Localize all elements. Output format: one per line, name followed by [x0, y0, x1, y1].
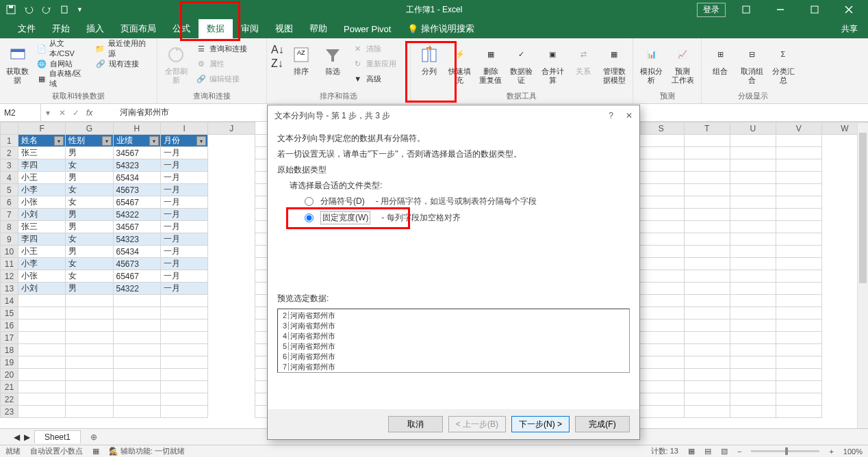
cell[interactable]: 65467: [113, 196, 160, 209]
cell[interactable]: [684, 295, 730, 307]
qat-dropdown-icon[interactable]: ▼: [77, 6, 83, 13]
tab-data[interactable]: 数据: [199, 19, 233, 38]
cell[interactable]: 一月: [160, 270, 207, 283]
cell[interactable]: [113, 356, 160, 369]
cell[interactable]: [776, 319, 821, 332]
cell[interactable]: [730, 159, 776, 172]
cell[interactable]: [730, 283, 776, 295]
zoom-slider[interactable]: [751, 450, 819, 452]
cell[interactable]: [18, 344, 65, 356]
sort-desc-icon[interactable]: Z↓: [271, 57, 284, 70]
cell[interactable]: 54322: [113, 209, 160, 221]
tab-layout[interactable]: 页面布局: [112, 19, 164, 38]
cell[interactable]: 54322: [113, 283, 160, 295]
cell[interactable]: [160, 344, 207, 356]
row-header[interactable]: 20: [1, 369, 18, 381]
tab-formulas[interactable]: 公式: [164, 19, 199, 38]
cell[interactable]: 65434: [113, 172, 160, 184]
cell[interactable]: [638, 283, 684, 295]
from-table[interactable]: ▦自表格/区域: [34, 71, 89, 86]
cell[interactable]: [730, 319, 776, 332]
cell[interactable]: [776, 221, 821, 233]
queries-connections[interactable]: ☰查询和连接: [193, 41, 250, 56]
redo-icon[interactable]: [41, 4, 52, 15]
sheet-nav-prev-icon[interactable]: ◀: [14, 432, 20, 442]
col-header[interactable]: I: [160, 122, 207, 135]
row-header[interactable]: 8: [1, 221, 18, 233]
cell[interactable]: [638, 233, 684, 246]
cell[interactable]: [18, 319, 65, 332]
cell[interactable]: [684, 233, 730, 246]
cell[interactable]: [66, 307, 113, 319]
cell[interactable]: 34567: [113, 147, 160, 159]
cell[interactable]: [638, 246, 684, 258]
cell[interactable]: 65467: [113, 270, 160, 283]
cell[interactable]: 45673: [113, 184, 160, 196]
maximize-icon[interactable]: [801, 0, 828, 19]
cell[interactable]: 小刘: [18, 209, 65, 221]
tab-review[interactable]: 审阅: [233, 19, 267, 38]
name-box[interactable]: M2: [0, 104, 41, 121]
cell[interactable]: 女: [66, 159, 113, 172]
cell[interactable]: 一月: [160, 221, 207, 233]
cell[interactable]: [160, 381, 207, 393]
cell[interactable]: [638, 344, 684, 356]
cell[interactable]: [776, 406, 821, 418]
cell[interactable]: [18, 393, 65, 406]
cell[interactable]: [18, 356, 65, 369]
cell[interactable]: 一月: [160, 172, 207, 184]
cell[interactable]: 小李: [18, 258, 65, 270]
table-header-cell[interactable]: 业绩▾: [113, 135, 160, 147]
new-sheet-icon[interactable]: ⊕: [85, 432, 103, 442]
cell[interactable]: [684, 307, 730, 319]
cell[interactable]: [113, 344, 160, 356]
col-header[interactable]: S: [638, 122, 684, 135]
cell[interactable]: [730, 344, 776, 356]
filter-button[interactable]: 筛选: [318, 41, 347, 86]
cell[interactable]: [66, 393, 113, 406]
cell[interactable]: [730, 356, 776, 369]
table-header-cell[interactable]: 性别▾: [66, 135, 113, 147]
cell[interactable]: [638, 172, 684, 184]
cell[interactable]: [18, 369, 65, 381]
cell[interactable]: [684, 147, 730, 159]
zoom-level[interactable]: 100%: [843, 447, 863, 456]
cell[interactable]: [776, 283, 821, 295]
cell[interactable]: 张三: [18, 147, 65, 159]
vertical-scrollbar[interactable]: [857, 123, 868, 428]
cell[interactable]: [160, 406, 207, 418]
cell[interactable]: [730, 147, 776, 159]
cell[interactable]: [638, 258, 684, 270]
cell[interactable]: [776, 246, 821, 258]
row-header[interactable]: 21: [1, 381, 18, 393]
cell[interactable]: [160, 295, 207, 307]
cell[interactable]: [730, 233, 776, 246]
cell[interactable]: 一月: [160, 184, 207, 196]
preview-box[interactable]: 2河南省郑州市3河南省郑州市4河南省郑州市5河南省郑州市6河南省郑州市7河南省郑…: [277, 309, 630, 373]
col-header[interactable]: U: [730, 122, 776, 135]
cell[interactable]: [776, 135, 821, 147]
cell[interactable]: 34567: [113, 221, 160, 233]
cell[interactable]: [113, 369, 160, 381]
row-header[interactable]: 6: [1, 196, 18, 209]
cell[interactable]: [730, 406, 776, 418]
cell[interactable]: 女: [66, 233, 113, 246]
ribbon-display-icon[interactable]: [732, 0, 760, 19]
cell[interactable]: [684, 246, 730, 258]
cell[interactable]: 李四: [18, 233, 65, 246]
cell[interactable]: 小王: [18, 246, 65, 258]
row-header[interactable]: 11: [1, 258, 18, 270]
cell[interactable]: [160, 332, 207, 344]
cell[interactable]: 一月: [160, 209, 207, 221]
next-button[interactable]: 下一步(N) >: [511, 416, 570, 432]
row-header[interactable]: 16: [1, 319, 18, 332]
cell[interactable]: [730, 307, 776, 319]
cell[interactable]: [66, 381, 113, 393]
cell[interactable]: [684, 332, 730, 344]
touch-icon[interactable]: [59, 4, 70, 15]
cell[interactable]: [684, 356, 730, 369]
data-model-button[interactable]: ▦管理数 据模型: [600, 41, 628, 85]
row-header[interactable]: 2: [1, 147, 18, 159]
recent-sources[interactable]: 📁最近使用的源: [92, 41, 153, 56]
cell[interactable]: [684, 369, 730, 381]
